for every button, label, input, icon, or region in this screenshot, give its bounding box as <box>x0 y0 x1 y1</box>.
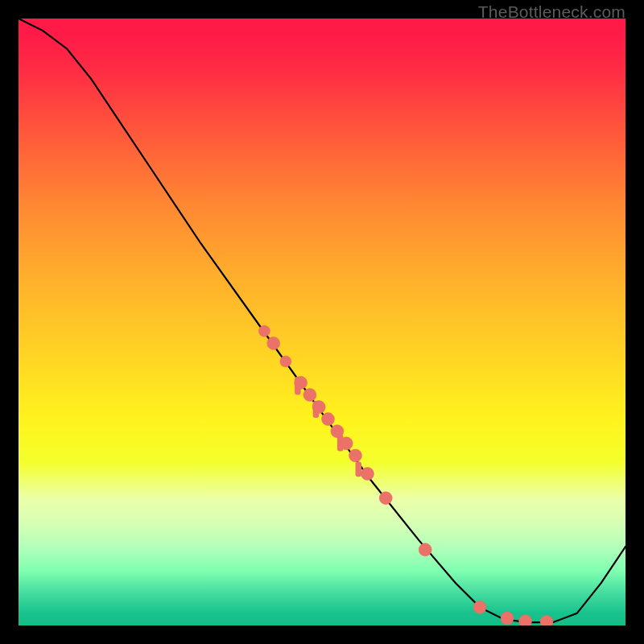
data-point <box>540 616 553 626</box>
chart-frame: TheBottleneck.com <box>0 0 644 644</box>
data-point <box>280 356 291 367</box>
data-point <box>331 425 344 438</box>
data-point <box>379 492 392 505</box>
plot-area <box>19 19 625 625</box>
data-point <box>312 401 325 414</box>
data-point <box>340 437 353 450</box>
data-point <box>258 325 270 336</box>
bottleneck-curve <box>19 19 625 622</box>
data-point <box>295 376 308 389</box>
data-point <box>322 413 335 426</box>
data-point <box>361 468 374 481</box>
chart-overlay <box>19 19 625 625</box>
data-point <box>303 389 316 402</box>
data-point <box>419 543 431 556</box>
data-point <box>501 612 514 625</box>
data-point <box>473 601 486 613</box>
data-point <box>349 449 362 462</box>
watermark-text: TheBottleneck.com <box>478 2 625 22</box>
data-points <box>258 325 553 625</box>
svg-rect-3 <box>356 461 362 477</box>
data-point <box>267 336 280 349</box>
data-point <box>519 615 532 625</box>
